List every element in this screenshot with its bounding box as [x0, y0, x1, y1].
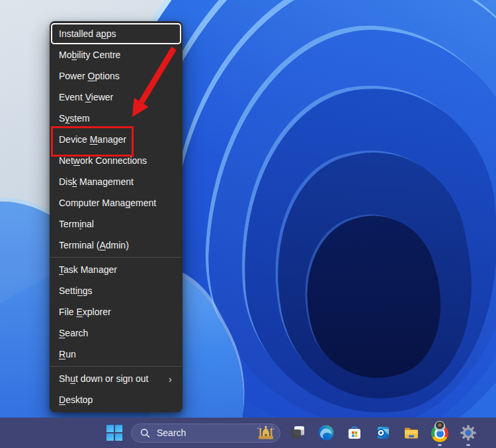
outlook-button[interactable]: [374, 424, 392, 441]
menu-item-label: Computer Management: [59, 198, 156, 208]
search-daily-image-icon: [256, 425, 276, 441]
menu-item-label: Mobility Centre: [59, 50, 120, 60]
menu-item-event-viewer[interactable]: Event Viewer: [51, 87, 181, 108]
menu-item-search[interactable]: Search: [51, 322, 181, 344]
start-button[interactable]: [106, 424, 123, 441]
edge-icon: [317, 424, 335, 441]
menu-item-disk-management[interactable]: Disk Management: [51, 171, 181, 192]
menu-item-label: Disk Management: [59, 176, 134, 187]
chrome-icon: [431, 424, 448, 442]
menu-item-device-manager[interactable]: Device Manager: [51, 129, 181, 150]
menu-item-label: Run: [59, 349, 76, 359]
taskbar: Search: [0, 418, 496, 448]
microsoft-store-button[interactable]: [346, 424, 363, 441]
outlook-icon: [374, 424, 392, 441]
menu-item-computer-management[interactable]: Computer Management: [51, 192, 181, 213]
menu-item-run[interactable]: Run: [51, 344, 181, 365]
menu-item-label: Terminal: [59, 219, 94, 229]
task-view-button[interactable]: [289, 424, 306, 441]
edge-button[interactable]: [317, 424, 335, 441]
chrome-button[interactable]: [431, 424, 448, 441]
taskbar-search-box[interactable]: Search: [131, 424, 280, 443]
menu-item-power-options[interactable]: Power Options: [51, 65, 181, 87]
menu-item-shut-down-or-sign-out[interactable]: Shut down or sign out ›: [51, 368, 181, 389]
menu-item-file-explorer[interactable]: File Explorer: [51, 301, 181, 322]
menu-item-mobility-centre[interactable]: Mobility Centre: [51, 44, 181, 65]
search-label: Search: [157, 428, 256, 438]
menu-item-label: Power Options: [59, 71, 120, 81]
menu-item-terminal[interactable]: Terminal: [51, 213, 181, 235]
menu-item-terminal-admin[interactable]: Terminal (Admin): [51, 235, 181, 256]
winx-context-menu: Installed apps Mobility Centre Power Opt…: [50, 21, 183, 412]
menu-separator: [50, 257, 182, 258]
windows-logo-icon: [106, 425, 114, 432]
menu-separator: [50, 366, 182, 367]
menu-item-label: Terminal (Admin): [59, 240, 129, 250]
menu-item-settings[interactable]: Settings: [51, 280, 181, 301]
task-view-icon: [289, 424, 306, 441]
menu-item-label: Desktop: [59, 394, 93, 405]
file-explorer-icon: [403, 424, 420, 441]
menu-item-label: Event Viewer: [59, 92, 113, 102]
settings-gear-icon: [460, 424, 477, 441]
menu-item-label: Shut down or sign out: [59, 373, 148, 384]
taskbar-pinned-icons: [289, 424, 477, 441]
settings-button[interactable]: [460, 424, 477, 441]
menu-item-label: Search: [59, 328, 88, 338]
microsoft-store-icon: [346, 424, 363, 441]
menu-item-network-connections[interactable]: Network Connections: [51, 150, 181, 171]
menu-item-label: System: [59, 113, 90, 124]
menu-item-desktop[interactable]: Desktop: [51, 389, 181, 410]
menu-item-label: Installed apps: [59, 28, 116, 39]
file-explorer-button[interactable]: [403, 424, 420, 441]
menu-item-label: File Explorer: [59, 307, 111, 317]
menu-item-task-manager[interactable]: Task Manager: [51, 259, 181, 280]
profile-avatar: [434, 421, 445, 431]
menu-item-label: Task Manager: [59, 264, 117, 275]
menu-item-label: Device Manager: [59, 134, 126, 145]
menu-item-installed-apps[interactable]: Installed apps: [51, 23, 181, 44]
taskbar-items: Search: [106, 418, 477, 448]
search-icon: [140, 428, 150, 438]
menu-item-label: Settings: [59, 285, 93, 296]
menu-item-system[interactable]: System: [51, 108, 181, 129]
menu-item-label: Network Connections: [59, 155, 147, 166]
chevron-right-icon: ›: [169, 374, 173, 384]
